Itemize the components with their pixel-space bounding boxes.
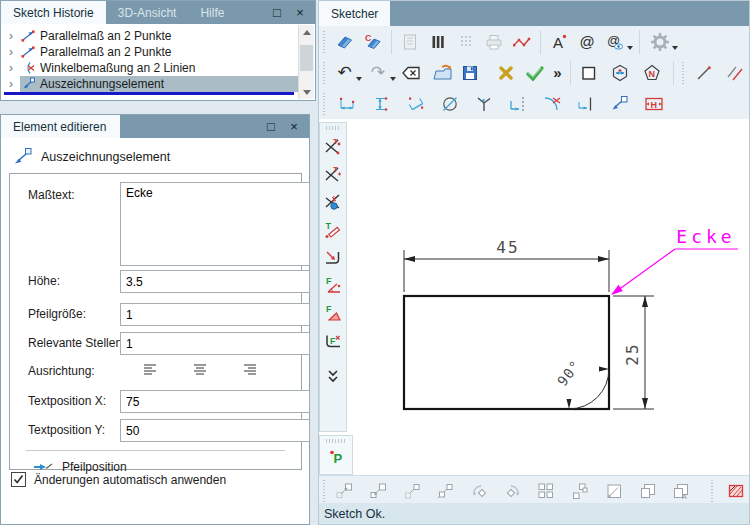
sheet-button[interactable] (398, 30, 422, 54)
toolbar-handle[interactable] (323, 93, 328, 115)
backspace-button[interactable] (400, 61, 423, 85)
polygon-n-button[interactable]: N (640, 61, 663, 85)
chevron-right-icon[interactable]: › (2, 62, 20, 74)
drawing-rectangle[interactable] (404, 296, 609, 409)
history-scrollbar[interactable] (298, 25, 314, 99)
tab-3d-ansicht[interactable]: 3D-Ansicht (106, 1, 189, 24)
scale-down-button[interactable] (366, 479, 389, 503)
masstext-input[interactable]: Ecke (120, 182, 310, 266)
eraser-button[interactable] (333, 30, 357, 54)
gear-button[interactable] (648, 30, 672, 54)
maximize-icon[interactable]: □ (264, 120, 278, 133)
rectangle-mode-button[interactable] (577, 61, 600, 85)
overflow-button[interactable]: » (551, 61, 565, 85)
parallel-line-tool-button[interactable] (724, 61, 747, 85)
pfeilgroesse-input[interactable] (120, 303, 310, 326)
leader-text[interactable]: Ecke (676, 226, 735, 247)
undo-button[interactable]: ↶ (333, 61, 356, 85)
cad-drawing[interactable]: 45 25 90° Ecke (348, 119, 749, 475)
tangent-constraint-button[interactable]: T (321, 218, 345, 242)
dim-angle-lines-button[interactable] (472, 92, 496, 116)
angle-constraint-f2-button[interactable]: F (321, 302, 345, 326)
scrollbar-thumb[interactable] (300, 45, 313, 71)
redo-button[interactable]: ↷ (366, 61, 389, 85)
auto-apply-checkbox[interactable] (11, 472, 26, 487)
mirror-axis2-button[interactable] (434, 479, 457, 503)
toolbar-handle[interactable] (326, 126, 340, 130)
tab-sketcher[interactable]: Sketcher (319, 1, 390, 26)
dropdown-caret-icon[interactable] (627, 46, 633, 50)
dim-diameter-button[interactable] (438, 92, 462, 116)
scroll-up-icon[interactable] (299, 25, 314, 39)
eraser-color-button[interactable]: C (361, 30, 385, 54)
hatch-button[interactable] (724, 479, 747, 503)
textposition-x-input[interactable] (120, 390, 310, 413)
dim-ordinate-button[interactable] (506, 92, 530, 116)
stretch-button[interactable] (602, 479, 625, 503)
align-right-button[interactable] (238, 360, 262, 378)
duplicate-button[interactable] (636, 479, 659, 503)
text-button[interactable]: A (547, 30, 571, 54)
toolbar-handle[interactable] (326, 439, 346, 443)
leader-tool-button[interactable] (608, 92, 632, 116)
toolbar-handle[interactable] (323, 480, 328, 502)
maximize-icon[interactable]: □ (270, 6, 284, 19)
more-tools-chevron-icon[interactable] (321, 364, 345, 388)
apply-button[interactable] (523, 61, 546, 85)
dim-vertical-button[interactable] (370, 92, 394, 116)
solid-bars-button[interactable] (426, 30, 450, 54)
duplicate-with-text-button[interactable]: A (670, 479, 693, 503)
dropdown-caret-icon[interactable] (390, 77, 396, 81)
tree-item-selected[interactable]: › Auszeichnungselement (2, 76, 298, 92)
rotate-cw-button[interactable] (501, 479, 524, 503)
sketch-canvas-area[interactable]: T T T F F (319, 119, 749, 475)
align-center-button[interactable] (188, 360, 212, 378)
point-p-button[interactable]: P (324, 445, 348, 469)
polygon-drag-button[interactable] (609, 61, 632, 85)
attribute-button[interactable]: @ (575, 30, 599, 54)
corner-fillet-f-button[interactable]: F (321, 330, 345, 354)
tree-item[interactable]: › Parallelmaß an 2 Punkte (2, 28, 298, 44)
snap-intersection-t2-button[interactable]: T (321, 162, 345, 186)
dim-linear-button[interactable] (336, 92, 360, 116)
toolbar-handle[interactable] (323, 62, 328, 84)
polyline-button[interactable] (510, 30, 534, 54)
textposition-y-input[interactable] (120, 419, 310, 442)
dim-h-red-button[interactable]: H (642, 92, 666, 116)
attribute-preview-button[interactable]: @ (603, 30, 627, 54)
cancel-button[interactable] (494, 61, 517, 85)
tab-hilfe[interactable]: Hilfe (188, 1, 236, 24)
chevron-right-icon[interactable]: › (2, 46, 20, 58)
scale-up-button[interactable] (333, 479, 356, 503)
array-grid-button[interactable] (535, 479, 558, 503)
toolbar-handle[interactable] (711, 480, 716, 502)
tree-item[interactable]: › Winkelbemaßung an 2 Linien (2, 60, 298, 76)
close-icon[interactable]: × (293, 6, 307, 19)
dropdown-caret-icon[interactable] (672, 46, 678, 50)
dim-angle-arc-button[interactable] (540, 92, 564, 116)
snap-delete-button[interactable] (321, 190, 345, 214)
dim-to-line-button[interactable] (574, 92, 598, 116)
array-offset-button[interactable] (569, 479, 592, 503)
rotate-ccw-button[interactable] (468, 479, 491, 503)
dropdown-caret-icon[interactable] (356, 77, 362, 81)
tab-sketch-historie[interactable]: Sketch Historie (1, 1, 106, 24)
toolbar-handle[interactable] (323, 31, 328, 53)
hoehe-input[interactable] (120, 270, 310, 293)
scroll-down-icon[interactable] (299, 85, 314, 99)
mirror-axis-button[interactable] (400, 479, 423, 503)
dim-aligned-button[interactable] (404, 92, 428, 116)
tree-item[interactable]: › Parallelmaß an 2 Punkte (2, 44, 298, 60)
save-button[interactable] (458, 61, 481, 85)
line-tool-button[interactable] (692, 61, 715, 85)
close-icon[interactable]: × (287, 120, 301, 133)
leader-annotation[interactable]: Ecke (611, 226, 738, 295)
align-left-button[interactable] (138, 360, 162, 378)
dashed-bars-button[interactable] (454, 30, 478, 54)
perpendicular-arrow-button[interactable] (321, 246, 345, 270)
chevron-right-icon[interactable]: › (2, 78, 20, 90)
angle-constraint-f1-button[interactable]: F (321, 274, 345, 298)
snap-intersection-t-button[interactable]: T (321, 134, 345, 158)
plotter-button[interactable] (482, 30, 506, 54)
open-button[interactable] (431, 61, 454, 85)
